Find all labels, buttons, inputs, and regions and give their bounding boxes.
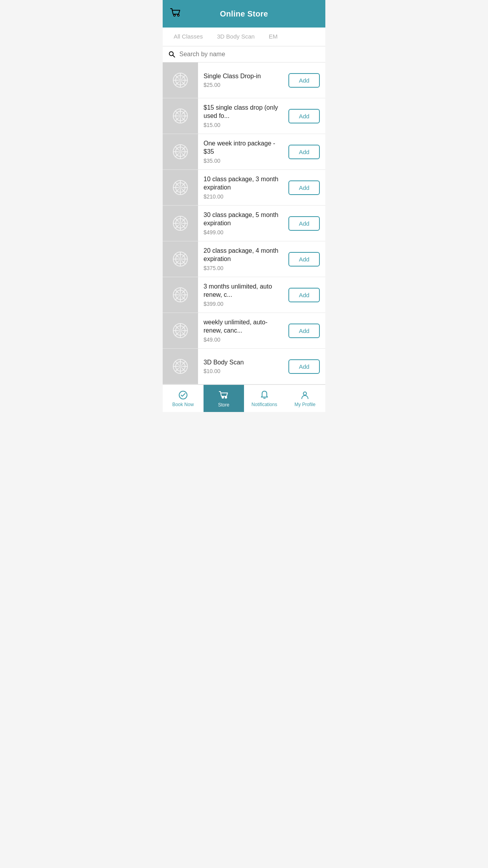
product-price: $15.00	[204, 122, 283, 128]
search-icon	[168, 50, 176, 58]
add-to-cart-button[interactable]: Add	[288, 109, 320, 123]
product-price: $499.00	[204, 229, 283, 235]
svg-point-12	[179, 150, 182, 153]
nav-book-now[interactable]: Book Now	[163, 385, 204, 412]
product-info: weekly unlimited, auto-renew, canc... $4…	[198, 314, 288, 348]
tab-3d-body-scan[interactable]: 3D Body Scan	[210, 28, 262, 46]
check-circle-icon	[178, 390, 188, 400]
svg-point-32	[222, 397, 224, 398]
store-cart-icon	[218, 390, 229, 401]
page-title: Online Store	[220, 9, 268, 18]
category-tabs: All Classes 3D Body Scan EM	[163, 28, 325, 46]
product-price: $210.00	[204, 193, 283, 200]
product-info: 30 class package, 5 month expiration $49…	[198, 206, 288, 240]
add-to-cart-button[interactable]: Add	[288, 73, 320, 88]
product-item: One week intro package - $35 $35.00 Add	[163, 134, 325, 170]
product-icon	[163, 98, 198, 134]
product-name: 3 months unlimited, auto renew, c...	[204, 283, 283, 299]
product-list: Single Class Drop-in $25.00 Add $15 sing…	[163, 63, 325, 384]
product-icon	[163, 277, 198, 313]
search-input[interactable]	[180, 51, 320, 58]
product-price: $35.00	[204, 158, 283, 164]
product-item: $15 single class drop (only used fo... $…	[163, 98, 325, 134]
product-info: 20 class package, 4 month expiration $37…	[198, 242, 288, 276]
product-name: Single Class Drop-in	[204, 72, 283, 81]
nav-store-label: Store	[218, 402, 229, 408]
bottom-nav: Book Now Store Notifications My Profile	[163, 384, 325, 412]
product-item: 3 months unlimited, auto renew, c... $39…	[163, 277, 325, 313]
svg-line-3	[173, 55, 175, 57]
product-info: 3 months unlimited, auto renew, c... $39…	[198, 278, 288, 312]
add-to-cart-button[interactable]: Add	[288, 145, 320, 159]
nav-store[interactable]: Store	[204, 385, 244, 412]
product-info: $15 single class drop (only used fo... $…	[198, 99, 288, 133]
svg-point-27	[179, 329, 182, 332]
svg-point-24	[179, 293, 182, 296]
add-to-cart-button[interactable]: Add	[288, 216, 320, 231]
svg-point-30	[179, 365, 182, 368]
product-item: 30 class package, 5 month expiration $49…	[163, 206, 325, 241]
product-item: weekly unlimited, auto-renew, canc... $4…	[163, 313, 325, 349]
add-to-cart-button[interactable]: Add	[288, 252, 320, 267]
product-name: 3D Body Scan	[204, 359, 283, 367]
svg-point-33	[225, 397, 227, 398]
nav-my-profile[interactable]: My Profile	[285, 385, 326, 412]
product-price: $375.00	[204, 265, 283, 271]
product-icon	[163, 206, 198, 241]
product-name: One week intro package - $35	[204, 140, 283, 156]
product-name: 10 class package, 3 month expiration	[204, 175, 283, 192]
add-to-cart-button[interactable]: Add	[288, 359, 320, 374]
product-price: $399.00	[204, 301, 283, 307]
svg-point-15	[179, 186, 182, 189]
svg-point-21	[179, 257, 182, 261]
product-item: Single Class Drop-in $25.00 Add	[163, 63, 325, 98]
product-item: 3D Body Scan $10.00 Add	[163, 349, 325, 384]
cart-button[interactable]	[169, 6, 182, 21]
product-price: $25.00	[204, 82, 283, 88]
product-item: 20 class package, 4 month expiration $37…	[163, 241, 325, 277]
bell-icon	[259, 390, 270, 400]
product-icon	[163, 63, 198, 98]
product-name: 20 class package, 4 month expiration	[204, 247, 283, 263]
product-icon	[163, 170, 198, 205]
product-info: 3D Body Scan $10.00	[198, 354, 288, 379]
svg-point-9	[179, 114, 182, 118]
product-price: $10.00	[204, 368, 283, 374]
svg-point-35	[303, 392, 306, 395]
product-icon	[163, 313, 198, 348]
nav-book-now-label: Book Now	[172, 402, 194, 407]
svg-point-0	[174, 15, 175, 16]
product-name: $15 single class drop (only used fo...	[204, 104, 283, 120]
nav-notifications[interactable]: Notifications	[244, 385, 285, 412]
svg-point-18	[179, 222, 182, 225]
product-name: 30 class package, 5 month expiration	[204, 211, 283, 228]
product-icon	[163, 241, 198, 277]
header: Online Store	[163, 0, 325, 28]
tab-em[interactable]: EM	[262, 28, 285, 46]
add-to-cart-button[interactable]: Add	[288, 288, 320, 302]
product-name: weekly unlimited, auto-renew, canc...	[204, 318, 283, 335]
svg-point-6	[179, 79, 182, 82]
nav-my-profile-label: My Profile	[295, 402, 316, 407]
add-to-cart-button[interactable]: Add	[288, 324, 320, 338]
tab-all-classes[interactable]: All Classes	[167, 28, 210, 46]
product-info: Single Class Drop-in $25.00	[198, 68, 288, 93]
search-bar	[163, 46, 325, 63]
product-info: One week intro package - $35 $35.00	[198, 135, 288, 169]
product-icon	[163, 134, 198, 169]
nav-notifications-label: Notifications	[251, 402, 277, 407]
add-to-cart-button[interactable]: Add	[288, 180, 320, 195]
product-icon	[163, 349, 198, 384]
svg-point-1	[178, 15, 179, 16]
product-info: 10 class package, 3 month expiration $21…	[198, 171, 288, 204]
product-price: $49.00	[204, 337, 283, 343]
profile-icon	[300, 390, 310, 400]
product-item: 10 class package, 3 month expiration $21…	[163, 170, 325, 206]
